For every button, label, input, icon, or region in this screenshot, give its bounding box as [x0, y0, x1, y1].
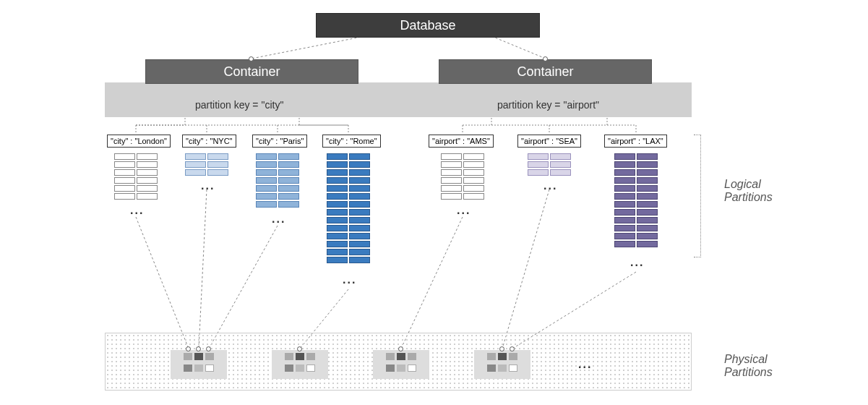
connector-dot-icon	[249, 56, 254, 61]
ellipsis-icon: ...	[272, 213, 285, 226]
connector-dot-icon	[186, 346, 191, 351]
connector-dot-icon	[297, 346, 302, 351]
data-grid-paris	[256, 153, 299, 208]
connector-dot-icon	[543, 56, 548, 61]
data-grid-lax	[614, 153, 658, 247]
database-box: Database	[316, 13, 540, 38]
physical-partition-server	[474, 350, 530, 379]
svg-line-18	[199, 189, 207, 349]
ellipsis-icon: ...	[630, 256, 644, 269]
data-grid-sea	[528, 153, 571, 176]
logical-partition-city-nyc: "city" : "NYC"	[182, 135, 236, 148]
svg-line-0	[252, 36, 365, 59]
logical-partition-city-london: "city" : "London"	[107, 135, 171, 148]
ellipsis-icon: ...	[543, 179, 557, 192]
svg-line-17	[136, 217, 189, 349]
container-box-1: Container	[145, 59, 358, 84]
bracket-icon	[694, 135, 701, 257]
partition-key-2-label: partition key = "airport"	[497, 99, 599, 111]
container-2-label: Container	[517, 64, 573, 80]
ellipsis-icon: ...	[457, 204, 470, 217]
data-grid-nyc	[185, 153, 228, 176]
logical-partition-city-paris: "city" : "Paris"	[252, 135, 307, 148]
svg-line-1	[491, 36, 546, 59]
container-box-2: Container	[439, 59, 652, 84]
ellipsis-icon: ...	[201, 179, 215, 192]
ellipsis-icon: ...	[578, 358, 592, 371]
container-1-label: Container	[223, 64, 280, 80]
data-grid-rome	[327, 153, 370, 263]
data-grid-ams	[441, 153, 484, 200]
container-band	[105, 82, 692, 117]
connector-dot-icon	[206, 346, 211, 351]
ellipsis-icon: ...	[343, 273, 356, 286]
svg-line-19	[209, 226, 278, 349]
physical-partition-server	[373, 350, 429, 379]
ellipsis-icon: ...	[130, 204, 144, 217]
logical-partition-airport-ams: "airport" : "AMS"	[429, 135, 494, 148]
partition-key-1-label: partition key = "city"	[195, 99, 283, 111]
physical-partitions-label: Physical Partitions	[724, 353, 773, 379]
logical-partitions-label: Logical Partitions	[724, 178, 773, 204]
connector-dot-icon	[510, 346, 515, 351]
connector-dot-icon	[398, 346, 403, 351]
database-label: Database	[400, 18, 455, 33]
svg-line-21	[401, 217, 463, 349]
data-grid-london	[114, 153, 158, 200]
logical-partition-city-rome: "city" : "Rome"	[322, 135, 381, 148]
connector-dot-icon	[499, 346, 504, 351]
logical-partition-airport-lax: "airport" : "LAX"	[604, 135, 667, 148]
physical-partition-server	[272, 350, 328, 379]
logical-partition-airport-sea: "airport" : "SEA"	[517, 135, 581, 148]
svg-line-22	[502, 189, 549, 349]
connector-dot-icon	[196, 346, 201, 351]
physical-partition-server	[171, 350, 227, 379]
